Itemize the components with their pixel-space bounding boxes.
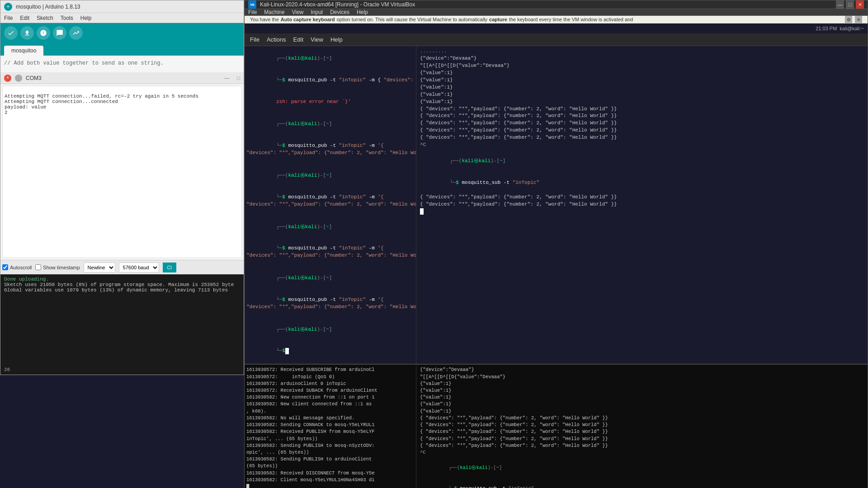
br-8: { "devices": "*","payload": {"number": 2… <box>420 415 864 422</box>
terminal-session-1-cmd: └─$ mosquitto_pub -t "inTopic" -m { "dev… <box>246 70 414 91</box>
bl-5: 1613930582: New connection from ::1 on p… <box>246 394 414 401</box>
bottom-terminal: 1613930572: Received SUBSCRIBE from ardu… <box>245 364 868 488</box>
terminal-session-5-cmd: └─$ mosquitto_pub -t "inTopic" -m '{"dev… <box>246 289 414 318</box>
vbox-menu-help[interactable]: Help <box>357 9 368 15</box>
editor-content: // Add both value together to send as on… <box>4 59 240 67</box>
clear-button[interactable]: Cl <box>163 263 176 272</box>
kali-menu-file[interactable]: File <box>250 36 259 43</box>
serial-minimize-text[interactable]: — <box>224 75 230 81</box>
br-7: {"value":1} <box>420 408 864 415</box>
vbox-maximize-button[interactable]: □ <box>846 0 854 9</box>
console-output: Done uploading. Sketch uses 21050 bytes … <box>0 274 244 365</box>
serial-line-0 <box>5 88 240 94</box>
tr-line-8: {"value":1} <box>420 99 864 106</box>
terminal-session-6-prompt: ┌──(kali㉿kali)-[~] <box>246 319 414 341</box>
terminal-right[interactable]: ......... {"device":"Devaaa"} "[[A^[[D^[… <box>416 46 868 364</box>
br-prompt: ┌──(kali㉿kali)-[~] <box>420 458 864 479</box>
bl-6: 1613930582: New client connected from ::… <box>246 401 414 408</box>
autoscroll-checkbox[interactable] <box>2 264 8 270</box>
kali-user-host: kali@kali:~ <box>840 26 864 31</box>
autoscroll-label[interactable]: Autoscroll <box>2 264 32 270</box>
bl-3: 1613930572: arduinoClient 0 inTopic <box>246 380 414 387</box>
show-timestamp-label[interactable]: Show timestamp <box>35 264 80 270</box>
arduino-menu-tools[interactable]: Tools <box>61 15 73 21</box>
terminal-session-4-prompt: ┌──(kali㉿kali)-[~] <box>246 216 414 238</box>
kali-desktop: 21:03 PM kali@kali:~ File Actions Edit V… <box>245 23 868 488</box>
serial-plotter-button[interactable] <box>69 26 83 40</box>
notification-close-icon[interactable]: ✕ <box>855 16 862 23</box>
arduino-menu-help[interactable]: Help <box>80 15 92 21</box>
bl-7: , k60). <box>246 408 414 415</box>
vbox-menu-machine[interactable]: Machine <box>264 9 284 15</box>
serial-maximize-text[interactable]: □ <box>237 75 240 81</box>
br-13: ^C <box>420 449 864 456</box>
newline-select[interactable]: Newline <box>84 263 115 272</box>
arduino-titlebar: ∞ mosquitoo | Arduino 1.8.13 <box>0 0 244 13</box>
arduino-tab-mosquitoo[interactable]: mosquitoo <box>4 46 43 56</box>
tr-line-13: { "devices": "*","payload": {"number": 2… <box>420 134 864 141</box>
bl-4: 1613930572: Received SUBACK from arduino… <box>246 387 414 394</box>
vbox-menu-devices[interactable]: Devices <box>330 9 349 15</box>
serial-line-2: Attempting MQTT connection...connected <box>5 99 240 104</box>
kali-clock: 21:03 PM <box>816 26 837 31</box>
vbox-minimize-button[interactable]: — <box>836 0 844 9</box>
br-sub-cmd: └─$ mosquitto_sub -t "inTopic" <box>420 479 864 488</box>
baud-select[interactable]: 57600 baud <box>119 263 159 272</box>
arduino-status-bar: 26 <box>0 365 244 375</box>
serial-titlebar: × COM3 — □ <box>0 72 244 84</box>
show-timestamp-checkbox[interactable] <box>35 264 41 270</box>
vbox-menu-file[interactable]: File <box>248 9 257 15</box>
arduino-menu-sketch[interactable]: Sketch <box>37 15 53 21</box>
serial-output[interactable]: Attempting MQTT connection...failed, rc=… <box>2 86 242 258</box>
br-4: {"value":1} <box>420 387 864 394</box>
upload-button[interactable] <box>20 26 34 40</box>
kali-menubar: File Actions Edit View Help <box>245 33 868 46</box>
br-9: { "devices": "*","payload": {"number": 2… <box>420 422 864 428</box>
tr-sub-cmd: └─$ mosquitto_sub -t "inTopic" <box>420 172 864 194</box>
bottom-right-terminal[interactable]: {"device":"Devaaa"} "[[A^[[D^[[D{"value"… <box>416 365 868 488</box>
vbox-close-button[interactable]: ✕ <box>856 0 864 9</box>
bl-1: 1613930572: Received SUBSCRIBE from ardu… <box>246 366 414 373</box>
notification-text-2: option turned on. This will cause the Vi… <box>337 17 487 22</box>
bl-17: 1613930582: Client mosq-Y5eLYRUL1H0Na4SH… <box>246 477 414 483</box>
line-number: 26 <box>4 367 10 372</box>
notification-bold-1: Auto capture keyboard <box>281 17 335 22</box>
bottom-left-terminal[interactable]: 1613930572: Received SUBSCRIBE from ardu… <box>245 365 416 488</box>
debug-button[interactable] <box>37 26 50 40</box>
tr-line-1: ......... <box>420 48 864 55</box>
arduino-toolbar <box>0 23 244 43</box>
arduino-menu-edit[interactable]: Edit <box>20 15 29 21</box>
vbox-menubar: File Machine View Input Devices Help <box>245 9 868 16</box>
tr-line-6: {"value":1} <box>420 84 864 91</box>
br-3: {"value":1} <box>420 380 864 387</box>
bl-11: inTopic', ... (65 bytes)) <box>246 436 414 442</box>
notification-bold-2: capture <box>489 17 507 22</box>
notification-settings-icon[interactable]: ⚙ <box>845 16 852 23</box>
kali-menu-help[interactable]: Help <box>330 36 343 43</box>
tr-line-5: {"value":1} <box>420 77 864 84</box>
bl-13: opic', ... (65 bytes)) <box>246 449 414 456</box>
serial-close-icon[interactable]: × <box>4 75 11 82</box>
kali-menu-edit[interactable]: Edit <box>293 36 303 43</box>
terminal-left[interactable]: ┌──(kali㉿kali)-[~] └─$ mosquitto_pub -t … <box>245 46 416 364</box>
global-vars: Global variables use 1079 bytes (13%) of… <box>4 287 240 293</box>
serial-line-1: Attempting MQTT connection...failed, rc=… <box>5 94 240 99</box>
verify-button[interactable] <box>4 26 18 40</box>
serial-minimize-icon[interactable] <box>15 75 22 82</box>
serial-controls: Autoscroll Show timestamp Newline 57600 … <box>0 260 244 274</box>
serial-monitor: × COM3 — □ Attempting MQTT connection...… <box>0 72 244 375</box>
vbox-menu-input[interactable]: Input <box>311 9 323 15</box>
kali-menu-actions[interactable]: Actions <box>267 36 286 43</box>
br-1: {"device":"Devaaa"} <box>420 366 864 373</box>
vbox-window: VB Kali-Linux-2020.4-vbox-amd64 [Running… <box>244 0 868 488</box>
vbox-menu-view[interactable]: View <box>292 9 304 15</box>
bl-18: █ <box>246 483 414 488</box>
kali-menu-view[interactable]: View <box>311 36 323 43</box>
terminal-session-6-cmd: └─$ <box>246 341 414 362</box>
tr-line-4: {"value":1} <box>420 70 864 77</box>
arduino-menu-file[interactable]: File <box>4 15 13 21</box>
bl-2: 1613930572: inTopic (QoS 0) <box>246 374 414 380</box>
terminal-session-2-prompt: ┌──(kali㉿kali)-[~] <box>246 113 414 135</box>
notification-controls: ⚙ ✕ <box>845 16 862 23</box>
serial-monitor-button[interactable] <box>53 26 66 40</box>
